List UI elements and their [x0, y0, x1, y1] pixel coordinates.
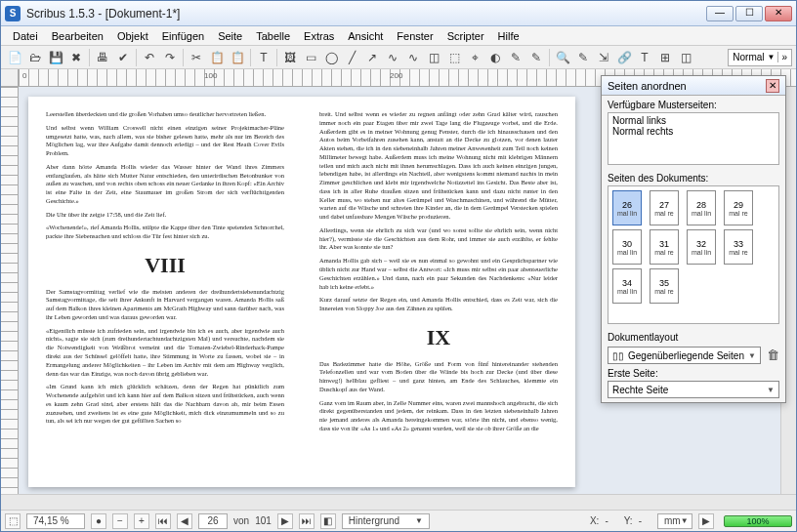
window-maximize-button[interactable]: ☐: [735, 6, 763, 21]
toolbar-button-29[interactable]: T: [635, 48, 654, 67]
x-label: X:: [590, 515, 599, 526]
master-pages-label: Verfügbare Musterseiten:: [608, 100, 779, 110]
first-page-button[interactable]: ⏮: [155, 513, 171, 529]
toolbar-button-5[interactable]: ✔: [113, 48, 133, 67]
body-paragraph: Amanda Hollis gab sich – weil sie es nun…: [319, 257, 558, 291]
body-paragraph: Die Uhr über ihr zeigte 17:58, und die Z…: [46, 211, 284, 220]
toolbar-button-24[interactable]: ✎: [526, 48, 546, 67]
menu-fenster[interactable]: Fenster: [391, 28, 439, 44]
menu-objekt[interactable]: Objekt: [111, 28, 154, 44]
menu-ansicht[interactable]: Ansicht: [342, 28, 389, 44]
toolbar-button-10[interactable]: 📋: [228, 48, 247, 67]
menu-bearbeiten[interactable]: Bearbeiten: [46, 28, 109, 44]
toolbar-button-6[interactable]: ↶: [140, 48, 159, 67]
menu-tabelle[interactable]: Tabelle: [250, 28, 296, 44]
page-thumbnails-grid[interactable]: 26mal lin27mal re28mal lin29mal re30mal …: [608, 185, 779, 324]
menu-einfügen[interactable]: Einfügen: [156, 28, 210, 44]
preview-button[interactable]: ▶: [698, 513, 714, 529]
menu-datei[interactable]: Datei: [7, 28, 44, 44]
y-label: Y:: [624, 515, 633, 526]
toolbar-button-26[interactable]: ✎: [573, 48, 593, 67]
app-window: S Scribus 1.5.3 - [Dokument-1*] — ☐ ✕ Da…: [0, 0, 797, 532]
current-page-field[interactable]: 26: [198, 513, 228, 529]
body-paragraph: Allerdings, wenn sie ehrlich zu sich war…: [319, 226, 558, 252]
panel-close-button[interactable]: ✕: [766, 79, 779, 93]
toolbar-button-28[interactable]: 🔗: [614, 48, 634, 67]
toolbar-button-11[interactable]: T: [254, 48, 273, 67]
window-close-button[interactable]: ✕: [765, 6, 792, 21]
toolbar-button-7[interactable]: ↷: [160, 48, 180, 67]
page-thumbnail-34[interactable]: 34mal lin: [612, 268, 642, 304]
page-right[interactable]: breit. Und selbst wenn es wieder zu regn…: [302, 97, 575, 487]
page-thumbnail-35[interactable]: 35mal re: [650, 268, 679, 304]
toolbar-button-0[interactable]: 📄: [5, 48, 24, 67]
page-thumbnail-27[interactable]: 27mal re: [650, 190, 679, 225]
body-paragraph: Ganz vorn im Raum aber, in Zelle Nummer …: [319, 399, 558, 433]
toolbar-button-22[interactable]: ◐: [485, 48, 505, 67]
zoom-field[interactable]: 74,15 %: [26, 513, 85, 529]
toolbar-button-21[interactable]: ⌖: [465, 48, 484, 67]
toolbar-button-13[interactable]: ▭: [301, 48, 320, 67]
status-icon[interactable]: ⬚: [5, 513, 21, 529]
menu-hilfe[interactable]: Hilfe: [492, 28, 525, 44]
master-page-item[interactable]: Normal rechts: [612, 126, 775, 137]
body-paragraph: «Wochenende!», rief Amanda Hollis, stülp…: [46, 224, 284, 241]
toolbar-button-30[interactable]: ⊞: [655, 48, 675, 67]
toolbar-separator: [183, 49, 184, 66]
toolbar-button-4[interactable]: 🖶: [93, 48, 112, 67]
toolbar-button-8[interactable]: ✂: [187, 48, 206, 67]
zoom-reset-button[interactable]: ●: [91, 513, 106, 529]
toolbar-button-3[interactable]: ✖: [66, 48, 86, 67]
window-minimize-button[interactable]: —: [706, 6, 734, 21]
next-page-button[interactable]: ▶: [277, 513, 293, 529]
page-left[interactable]: Leerstellen überdeckten und die großen V…: [28, 97, 302, 487]
first-page-combo[interactable]: Rechte Seite ▼: [608, 381, 779, 398]
page-thumbnail-31[interactable]: 31mal re: [650, 229, 679, 265]
toolbar-button-9[interactable]: 📋: [207, 48, 227, 67]
horizontal-scrollbar[interactable]: [1, 494, 796, 510]
toolbar-button-15[interactable]: ╱: [342, 48, 361, 67]
panel-titlebar[interactable]: Seiten anordnen ✕: [602, 76, 785, 96]
toolbar-button-18[interactable]: ∿: [403, 48, 423, 67]
menu-scripter[interactable]: Scripter: [441, 28, 490, 44]
trash-icon[interactable]: 🗑: [767, 348, 779, 362]
page-separator: von: [233, 515, 249, 526]
master-pages-list[interactable]: Normal linksNormal rechts: [608, 112, 779, 165]
toolbar-button-17[interactable]: ∿: [383, 48, 402, 67]
panel-title-text: Seiten anordnen: [608, 80, 687, 92]
toolbar-separator: [250, 49, 251, 66]
total-pages: 101: [255, 515, 272, 526]
toolbar-button-27[interactable]: ⇲: [594, 48, 613, 67]
toolbar-button-25[interactable]: 🔍: [553, 48, 572, 67]
zoom-in-button[interactable]: +: [134, 513, 149, 529]
prev-page-button[interactable]: ◀: [177, 513, 192, 529]
page-thumbnail-33[interactable]: 33mal re: [724, 229, 753, 265]
vertical-ruler[interactable]: [1, 87, 19, 494]
toolbar-button-31[interactable]: ◫: [676, 48, 695, 67]
page-thumbnail-29[interactable]: 29mal re: [724, 190, 753, 225]
toolbar-button-2[interactable]: 💾: [46, 48, 65, 67]
page-thumbnail-26[interactable]: 26mal lin: [612, 190, 642, 225]
page-thumbnail-28[interactable]: 28mal lin: [687, 190, 716, 225]
body-paragraph: «Im Grund kann ich mich glücklich schätz…: [46, 383, 284, 426]
view-mode-combo[interactable]: Normal▼»: [728, 49, 792, 66]
layer-combo[interactable]: Hintergrund▼: [342, 513, 430, 529]
page-thumbnail-32[interactable]: 32mal lin: [687, 229, 716, 265]
menu-seite[interactable]: Seite: [212, 28, 248, 44]
master-page-item[interactable]: Normal links: [612, 115, 775, 126]
toolbar-button-20[interactable]: ⬚: [444, 48, 464, 67]
chapter-heading: IX: [319, 323, 558, 352]
toolbar-button-1[interactable]: 🗁: [25, 48, 45, 67]
toolbar-button-14[interactable]: ◯: [321, 48, 341, 67]
zoom-out-button[interactable]: −: [112, 513, 128, 529]
toolbar-button-12[interactable]: 🖼: [280, 48, 300, 67]
toolbar-button-23[interactable]: ✎: [506, 48, 525, 67]
toolbar-button-19[interactable]: ◫: [424, 48, 443, 67]
menu-extras[interactable]: Extras: [298, 28, 340, 44]
unit-combo[interactable]: mm▼: [657, 513, 692, 529]
page-thumbnail-30[interactable]: 30mal lin: [612, 229, 642, 265]
layout-combo[interactable]: ▯▯Gegenüberliegende Seiten ▼: [608, 347, 761, 364]
layer-icon[interactable]: ◧: [320, 513, 336, 529]
toolbar-button-16[interactable]: ↗: [362, 48, 382, 67]
last-page-button[interactable]: ⏭: [299, 513, 315, 529]
